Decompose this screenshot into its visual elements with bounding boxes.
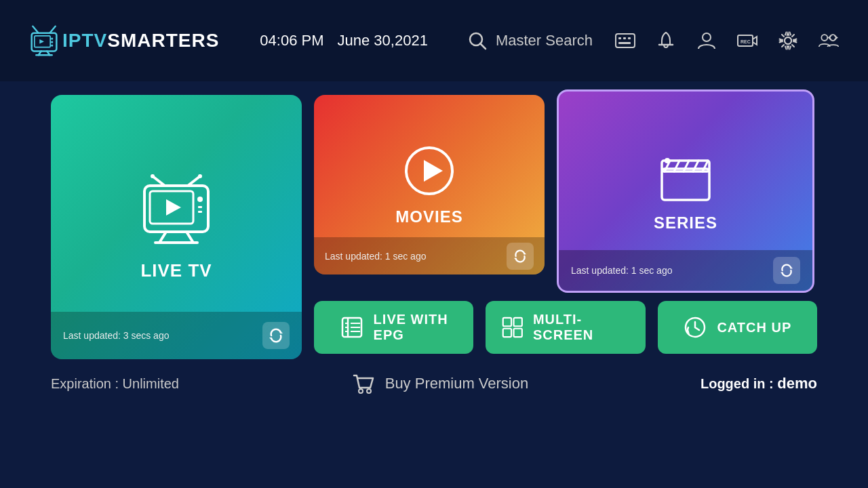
svg-rect-64 <box>503 318 511 326</box>
svg-rect-65 <box>514 318 522 326</box>
svg-marker-54 <box>790 266 793 269</box>
settings-icon[interactable] <box>776 28 800 53</box>
switch-user-icon[interactable] <box>816 28 841 53</box>
svg-rect-16 <box>628 37 631 39</box>
svg-point-53 <box>665 158 670 163</box>
svg-point-5 <box>51 37 53 39</box>
svg-line-1 <box>50 26 55 33</box>
top-right-cards: MOVIES Last updated: 1 sec ago <box>314 95 817 293</box>
main-content: LIVE TV Last updated: 3 secs ago <box>0 81 868 359</box>
master-search[interactable]: Master Search <box>467 30 593 51</box>
catchup-label: CATCH UP <box>717 320 791 336</box>
svg-point-70 <box>359 389 363 393</box>
rec-icon[interactable]: REC <box>735 28 760 53</box>
search-area: Master Search <box>467 28 841 53</box>
svg-line-29 <box>188 176 200 186</box>
movies-refresh-button[interactable] <box>507 243 534 270</box>
logged-in-info: Logged in : demo <box>701 375 817 392</box>
svg-marker-55 <box>781 272 783 275</box>
svg-point-28 <box>151 174 155 178</box>
svg-line-12 <box>480 43 486 49</box>
svg-point-19 <box>703 33 711 41</box>
epg-book-icon <box>340 315 364 340</box>
series-title: SERIES <box>654 214 717 232</box>
svg-marker-4 <box>39 39 44 44</box>
header: IPTVSMARTERS 04:06 PM June 30,2021 Maste… <box>0 0 868 81</box>
username: demo <box>777 375 817 392</box>
footer: Expiration : Unlimited Buy Premium Versi… <box>0 359 868 396</box>
svg-line-38 <box>186 232 193 243</box>
logo-text: IPTVSMARTERS <box>62 30 219 52</box>
movies-icon <box>402 144 456 198</box>
bell-icon[interactable] <box>654 28 678 53</box>
livetv-bottom: Last updated: 3 secs ago <box>51 312 302 359</box>
svg-rect-66 <box>503 329 511 337</box>
svg-point-25 <box>821 35 827 41</box>
livetv-refresh-button[interactable] <box>262 322 290 349</box>
series-card[interactable]: SERIES Last updated: 1 sec ago <box>557 89 814 293</box>
logo-icon <box>27 24 61 58</box>
cart-icon <box>351 371 376 396</box>
livetv-last-updated: Last updated: 3 secs ago <box>63 330 169 341</box>
multiscreen-button[interactable]: MULTI-SCREEN <box>486 301 645 354</box>
buy-premium-label: Buy Premium Version <box>385 375 529 392</box>
series-icon <box>655 150 716 204</box>
svg-point-71 <box>367 389 371 393</box>
movies-bottom: Last updated: 1 sec ago <box>314 237 545 274</box>
svg-rect-17 <box>618 42 631 44</box>
logo-area: IPTVSMARTERS <box>27 24 219 58</box>
livetv-icon <box>132 174 220 251</box>
svg-rect-13 <box>616 34 635 47</box>
svg-marker-45 <box>514 258 517 260</box>
svg-point-24 <box>785 37 791 44</box>
catchup-button[interactable]: CATCH UP <box>658 301 817 354</box>
movies-last-updated: Last updated: 1 sec ago <box>325 251 426 262</box>
svg-rect-67 <box>514 329 522 337</box>
movies-title: MOVIES <box>395 207 462 226</box>
header-icons: REC <box>613 28 841 53</box>
svg-line-27 <box>153 176 165 186</box>
svg-marker-33 <box>166 199 181 216</box>
epg-label: LIVE WITH EPG <box>374 312 448 343</box>
livetv-card[interactable]: LIVE TV Last updated: 3 secs ago <box>51 95 302 359</box>
movies-card[interactable]: MOVIES Last updated: 1 sec ago <box>314 95 545 274</box>
svg-line-0 <box>33 26 38 33</box>
svg-marker-41 <box>269 338 272 340</box>
live-with-epg-button[interactable]: LIVE WITH EPG <box>314 301 473 354</box>
svg-text:REC: REC <box>741 39 751 44</box>
svg-line-37 <box>159 232 166 243</box>
svg-rect-35 <box>198 206 202 208</box>
time-display: 04:06 PM <box>260 32 323 49</box>
series-refresh-button[interactable] <box>773 257 800 284</box>
svg-point-30 <box>198 174 202 178</box>
action-buttons-row: LIVE WITH EPG MULTI-SCREEN <box>314 301 817 354</box>
svg-rect-14 <box>618 37 621 39</box>
multiscreen-icon <box>502 315 524 340</box>
svg-rect-36 <box>198 211 202 213</box>
search-icon <box>467 30 488 51</box>
svg-point-7 <box>51 44 53 46</box>
svg-marker-40 <box>280 331 283 333</box>
expiration-text: Expiration : Unlimited <box>51 376 179 392</box>
svg-rect-46 <box>662 169 709 200</box>
svg-marker-44 <box>524 251 526 254</box>
svg-rect-15 <box>623 37 626 39</box>
livetv-title: LIVE TV <box>140 260 212 281</box>
svg-marker-43 <box>424 160 443 182</box>
datetime: 04:06 PM June 30,2021 <box>260 32 428 49</box>
epg-icon[interactable] <box>613 28 637 53</box>
svg-point-6 <box>51 41 53 43</box>
series-bottom: Last updated: 1 sec ago <box>559 250 812 291</box>
multiscreen-label: MULTI-SCREEN <box>533 312 629 343</box>
svg-point-34 <box>197 197 203 202</box>
profile-icon[interactable] <box>694 28 719 53</box>
search-label: Master Search <box>496 32 593 49</box>
cards-row: LIVE TV Last updated: 3 secs ago <box>51 95 817 359</box>
right-column: MOVIES Last updated: 1 sec ago <box>314 95 817 354</box>
buy-premium-button[interactable]: Buy Premium Version <box>351 371 529 396</box>
series-last-updated: Last updated: 1 sec ago <box>571 265 672 276</box>
catchup-icon <box>683 315 707 340</box>
date-display: June 30,2021 <box>338 32 428 49</box>
